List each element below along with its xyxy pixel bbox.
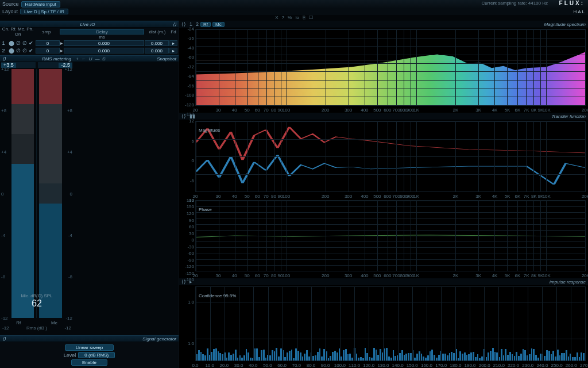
spectrum-pane[interactable]: -24-36-48-60-72-84-96-108-120-1322030405… [179,28,588,113]
confidence-label: Confidence 99.8% [199,293,236,298]
spec-mc-tab[interactable]: Mc [212,22,225,27]
snap-dash-icon[interactable]: — [95,56,99,62]
impulse-bars [196,343,585,361]
meter-panel: +3.5 -2.5 +12+8+40-4-8-12 +12+8+40-4-8- [0,62,179,335]
siggen-header: ⟨⟩ Signal generator [0,335,179,342]
liveio-row-2: 2 ⬤ ∅ ∅ ✔ 0 ▸ 0.000 0.000 ▸ [1,47,177,54]
subbar: Layout Live D | Sp / TF / IR HAL [0,8,588,15]
brand-logo: FLUX: [559,0,585,6]
tool-window-icon[interactable]: ☐ [309,15,313,20]
snap-copy-icon[interactable]: ⎘ [102,56,105,62]
row2-dist[interactable]: 0.000 [145,48,169,53]
spl-readout: Mic. dB(C) SPL 62 [1,293,72,309]
row1-dist[interactable]: 0.000 [145,40,169,46]
meter-col-mic: +12+8+40-4-8-12 [37,69,72,318]
topbar: Source Hardware input Current sampling r… [0,0,588,8]
sweep-button[interactable]: Linear sweep [65,344,114,351]
mag-label: Magnitude [199,128,220,133]
row1-phase-toggle[interactable]: ∅ [22,40,27,46]
tool-snapshot-icon[interactable]: ⎘ [303,15,305,20]
tool-x-icon[interactable]: X [275,15,278,20]
row2-phase-toggle[interactable]: ∅ [22,48,27,53]
snap-u-icon[interactable]: U [89,56,92,62]
tool-io-icon[interactable]: Io [295,15,299,20]
tool-percent-icon[interactable]: % [288,15,292,20]
impulse-pane[interactable]: Confidence 99.8% 1.01.00.010.020.030.040… [179,285,588,368]
transfer-header: ⟨⟩ ▮▮ Transfer function [179,113,588,120]
liveio-panel: Ch. Rf. Mc. Ph. On smp Delay dist (m.) F… [0,28,179,55]
toolstrip-icons: X ? % Io ⎘ ☐ [275,15,313,20]
right-panel: ⟨⟩ 1 2 Rf Mc Magnitude spectrum -24-36-4… [179,21,588,368]
row1-mic-toggle[interactable]: ∅ [16,40,21,46]
spec-rf-tab[interactable]: Rf [200,22,211,27]
siggen-panel: Linear sweep Level 0 (dB RMS) Enable [0,342,179,368]
delay-label: Delay [60,29,144,34]
siggen-collapse-icon[interactable]: ⟨⟩ [2,336,6,342]
liveio-chhdr: Ch. Rf. Mc. Ph. On [1,26,34,37]
row1-fd-button[interactable]: ▸ [169,40,177,46]
rms-collapse-icon[interactable]: ⟨⟩ [2,56,6,62]
row1-on-check[interactable]: ✔ [29,40,33,46]
rms-header: ⟨⟩ RMS metering [0,55,74,62]
snap-add-icon[interactable]: + [76,56,79,62]
left-panel: Live-IO ⟨⟩ Ch. Rf. Mc. Ph. On smp Delay … [0,21,179,368]
transfer-title: Transfer function [552,114,586,119]
subbrand: HAL [573,9,586,14]
hardware-input-button[interactable]: Hardware input [21,1,60,7]
enable-button[interactable]: Enable [71,359,107,366]
snapshot-header: + ← U — ⎘ Snapshot [74,55,179,62]
row1-smp-step-icon[interactable]: ▸ [60,40,63,46]
row2-mic-toggle[interactable]: ∅ [16,48,21,53]
phase-label: Phase [199,207,212,212]
spectrum-title: Magnitude spectrum [544,22,586,27]
source-label: Source [2,1,19,7]
liveio-col-headers: Ch. Rf. Mc. Ph. On smp Delay dist (m.) F… [1,29,177,34]
impulse-header: ⟨⟩ ▸ Impulse response [179,278,588,285]
liveio-title: Live-IO [80,22,95,27]
row1-ms[interactable]: 0.000 [64,40,144,46]
liveio-row-1: 1 ⬤ ∅ ∅ ✔ 0 ▸ 0.000 0.000 ▸ [1,40,177,47]
tool-help-icon[interactable]: ? [282,15,284,20]
tf-phase-pane[interactable]: Phase 1801501209060300-30-60-90-120-150-… [179,199,588,278]
row2-smp-step-icon[interactable]: ▸ [60,48,63,53]
row2-ref-toggle[interactable]: ⬤ [9,48,14,53]
row2-on-check[interactable]: ✔ [29,48,33,53]
layout-selector[interactable]: Live D | Sp / TF / IR [20,9,68,14]
spec-2-btn[interactable]: 2 [196,21,199,27]
row2-fd-button[interactable]: ▸ [169,48,177,53]
sampling-rate: Current sampling rate: 44100 Hz [481,1,548,6]
row2-smp[interactable]: 0 [36,48,60,53]
global-toolstrip: X ? % Io ⎘ ☐ [0,15,588,21]
level-label: Level [64,352,76,358]
meter-footer: Rf Mc -12 Rms (dB ) -12 [1,320,72,334]
row1-ref-toggle[interactable]: ⬤ [9,40,14,46]
liveio-collapse-icon[interactable]: ⟨⟩ [173,22,176,27]
level-value[interactable]: 0 (dB RMS) [78,352,115,358]
layout-label: Layout [2,9,18,14]
snapshot-tools: + ← U — ⎘ [76,56,105,62]
tf-magnitude-pane[interactable]: Magnitude 1260-6-12203040506070809010020… [179,120,588,199]
snap-prev-icon[interactable]: ← [82,56,86,62]
spectrum-tabs: ⟨⟩ 1 2 Rf Mc Magnitude spectrum [179,21,588,28]
impulse-title: Impulse response [550,279,586,285]
row1-smp[interactable]: 0 [36,40,60,46]
meter-col-ref: +12+8+40-4-8-12 [1,69,37,318]
row2-ms[interactable]: 0.000 [64,48,144,53]
